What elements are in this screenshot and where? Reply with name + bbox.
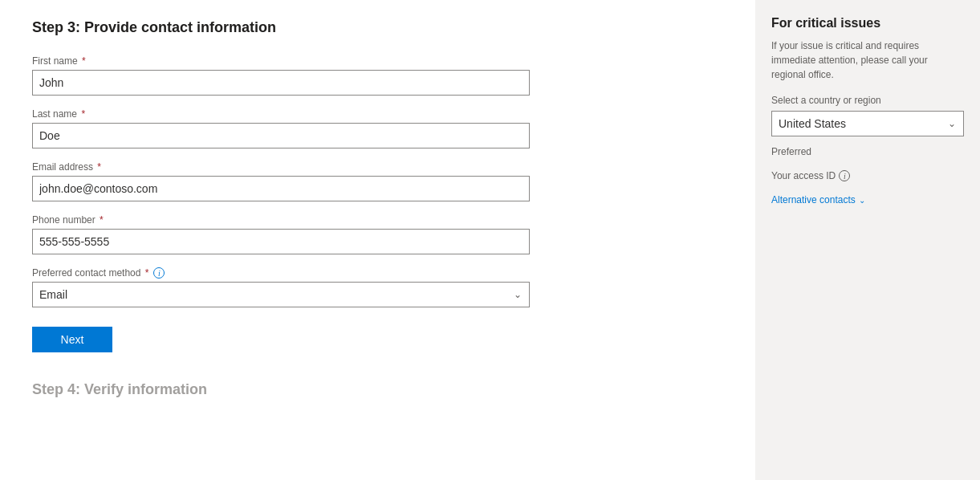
preferred-contact-info-icon[interactable]: i xyxy=(153,267,165,279)
required-star-phone: * xyxy=(97,214,104,226)
required-star: * xyxy=(79,55,86,67)
alternative-contacts-label: Alternative contacts xyxy=(771,194,856,205)
preferred-contact-group: Preferred contact method * i Email Phone… xyxy=(32,267,690,307)
country-select[interactable]: United States Canada United Kingdom xyxy=(771,111,964,136)
step3-title: Step 3: Provide contact information xyxy=(32,19,690,36)
preferred-contact-select[interactable]: Email Phone xyxy=(32,282,530,307)
sidebar-title: For critical issues xyxy=(771,16,964,31)
first-name-label: First name * xyxy=(32,55,690,67)
required-star-last: * xyxy=(79,108,85,120)
alternative-contacts-link[interactable]: Alternative contacts ⌄ xyxy=(771,194,964,205)
last-name-group: Last name * xyxy=(32,108,690,148)
sidebar-description: If your issue is critical and requires i… xyxy=(771,39,964,82)
alternative-contacts-chevron-icon: ⌄ xyxy=(859,196,865,205)
preferred-contact-label: Preferred contact method * xyxy=(32,267,148,279)
main-content: Step 3: Provide contact information Firs… xyxy=(0,0,722,480)
step4-title: Step 4: Verify information xyxy=(32,381,690,398)
country-select-wrapper: United States Canada United Kingdom ⌄ xyxy=(771,111,964,136)
email-label: Email address * xyxy=(32,161,690,173)
phone-input[interactable] xyxy=(32,229,530,254)
first-name-input[interactable] xyxy=(32,70,530,96)
phone-group: Phone number * xyxy=(32,214,690,254)
sidebar: For critical issues If your issue is cri… xyxy=(755,0,980,480)
access-id-info-icon[interactable]: i xyxy=(839,170,850,181)
last-name-input[interactable] xyxy=(32,123,530,148)
email-input[interactable] xyxy=(32,176,530,201)
access-id-label-text: Your access ID xyxy=(771,170,836,181)
required-star-preferred: * xyxy=(142,267,148,279)
access-id-row: Your access ID i xyxy=(771,170,964,181)
country-label: Select a country or region xyxy=(771,95,964,106)
phone-label: Phone number * xyxy=(32,214,690,226)
preferred-label: Preferred xyxy=(771,146,964,157)
last-name-label: Last name * xyxy=(32,108,690,120)
preferred-contact-select-wrapper: Email Phone ⌄ xyxy=(32,282,530,307)
required-star-email: * xyxy=(95,161,101,173)
email-group: Email address * xyxy=(32,161,690,201)
first-name-group: First name * xyxy=(32,55,690,96)
preferred-contact-label-row: Preferred contact method * i xyxy=(32,267,690,279)
next-button[interactable]: Next xyxy=(32,327,112,352)
